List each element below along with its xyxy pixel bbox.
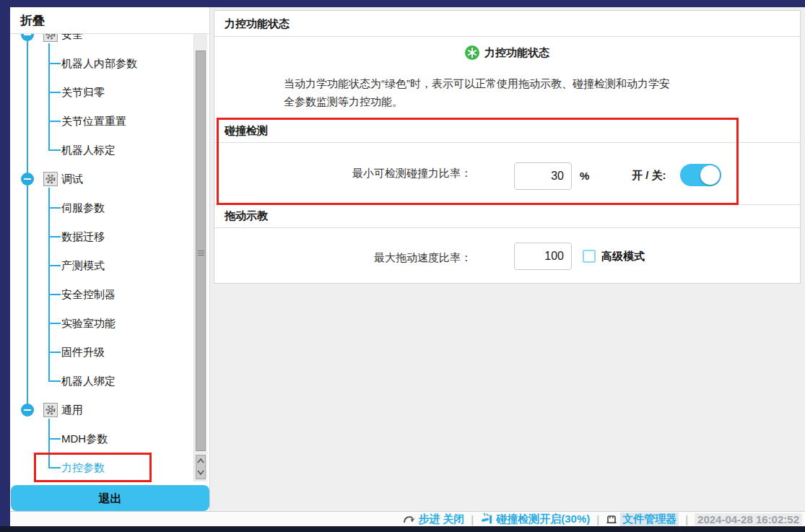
force-status-title: 力控功能状态 (484, 46, 549, 60)
file-manager-label: 文件管理器 (620, 513, 679, 526)
description-line-2: 全参数监测等力控功能。 (284, 92, 735, 110)
tree-connector-stub (48, 92, 61, 93)
tree-collapse-toggle[interactable] (21, 34, 34, 41)
file-manager-item[interactable]: 文件管理器 (606, 513, 679, 526)
collision-section-title: 碰撞检测 (214, 119, 800, 143)
description-line-1: 当动力学功能状态为“绿色”时，表示可以正常使用拖动示教、碰撞检测和动力学安 (284, 74, 735, 92)
tree-item[interactable]: 通用 (61, 403, 83, 417)
tree-connector-trunk (27, 35, 28, 410)
collision-toggle-switch[interactable] (680, 164, 721, 186)
percent-unit-label: % (580, 169, 589, 183)
advanced-mode-checkbox[interactable] (583, 250, 596, 263)
collision-ratio-input[interactable] (514, 162, 572, 190)
tree-item[interactable]: 关节归零 (61, 85, 105, 100)
tree-connector-stub (48, 438, 61, 440)
tree-connector-stub (48, 323, 61, 324)
collision-status-label: 碰撞检测开启(30%) (496, 513, 590, 526)
tree-connector-stub (48, 149, 61, 151)
gear-icon (43, 403, 58, 417)
drag-speed-label: 最大拖动速度比率： (214, 250, 471, 265)
tree-item[interactable]: MDH参数 (61, 432, 108, 446)
tree-connector-stub (48, 265, 61, 266)
tree-connector-stub (48, 236, 61, 237)
sidebar-tree: 安全机器人内部参数关节归零关节位置重置机器人标定调试伺服参数数据迁移产测模式安全… (10, 34, 209, 481)
tree-item[interactable]: 安全 (61, 34, 83, 42)
exit-button[interactable]: 退出 (11, 485, 209, 511)
tree-item[interactable]: 安全控制器 (61, 287, 116, 302)
status-bar: 步进 关闭 | 碰撞检测开启(30%) | 文件管理器 | (10, 511, 805, 526)
tree-connector-stub (48, 380, 61, 382)
tree-connector-stub (48, 294, 61, 295)
main-panel: 力控功能状态 力控功能状态 当动力学功能状态为“绿色”时，表示可以正常使用拖动示… (214, 10, 801, 284)
gear-icon (43, 172, 58, 186)
tree-item[interactable]: 机器人内部参数 (61, 56, 137, 71)
window-frame-left (0, 7, 10, 526)
step-status-item[interactable]: 步进 关闭 (403, 513, 464, 526)
status-timestamp: 2024-04-28 16:02:52 (695, 513, 802, 526)
tree-item[interactable]: 伺服参数 (61, 201, 105, 215)
tree-item[interactable]: 调试 (61, 172, 83, 186)
scrollbar-grip-icon (198, 250, 204, 256)
tree-connector-stub (48, 63, 61, 64)
advanced-mode-label: 高级模式 (601, 249, 645, 263)
tree-collapse-toggle[interactable] (21, 404, 34, 417)
tree-item[interactable]: 数据迁移 (61, 230, 105, 244)
statusbar-separator: | (471, 513, 474, 526)
on-off-label: 开 / 关: (632, 168, 666, 183)
tree-connector-stub (48, 207, 61, 209)
tree-connector-branch (48, 419, 50, 468)
tree-item[interactable]: 机器人标定 (61, 143, 116, 157)
force-status-green-icon (465, 45, 479, 60)
tree-item[interactable]: 固件升级 (61, 345, 105, 359)
file-manager-icon (606, 513, 617, 525)
tree-collapse-toggle[interactable] (21, 173, 34, 186)
tree-item[interactable]: 实验室功能 (61, 316, 116, 331)
panel-title: 力控功能状态 (214, 11, 800, 37)
drag-section-title: 拖动示教 (214, 204, 800, 228)
force-status-description: 当动力学功能状态为“绿色”时，表示可以正常使用拖动示教、碰撞检测和动力学安 全参… (284, 74, 735, 110)
sidebar-collapse-header[interactable]: 折叠 (10, 7, 209, 34)
sidebar: 折叠 安全机器人内部参数关节归零关节位置重置机器人标定调试伺服参数数据迁移产测模… (10, 7, 210, 511)
collision-status-item[interactable]: 碰撞检测开启(30%) (480, 513, 590, 526)
force-status-row: 力控功能状态 (214, 45, 800, 60)
step-status-label: 步进 关闭 (418, 513, 464, 526)
window-frame-bottom (0, 526, 805, 532)
step-arrow-icon (403, 513, 415, 525)
window-frame-top (0, 0, 805, 7)
tree-connector-stub (48, 352, 61, 353)
app-window: 折叠 安全机器人内部参数关节归零关节位置重置机器人标定调试伺服参数数据迁移产测模… (0, 0, 805, 532)
statusbar-separator: | (685, 513, 688, 526)
gear-icon (43, 34, 58, 42)
tree-item[interactable]: 力控参数 (61, 461, 105, 475)
chevron-down-icon[interactable] (196, 467, 205, 478)
scrollbar-thumb[interactable] (196, 51, 206, 451)
tree-item[interactable]: 机器人绑定 (61, 374, 116, 388)
tree-connector-stub (48, 467, 61, 468)
statusbar-separator: | (596, 513, 599, 526)
tree-connector-stub (48, 121, 61, 122)
drag-speed-input[interactable] (514, 243, 572, 270)
tree-item[interactable]: 产测模式 (61, 258, 105, 273)
tree-connector-branch (48, 43, 50, 150)
collision-icon (480, 513, 493, 526)
toggle-knob (700, 165, 720, 185)
chevron-up-icon[interactable] (196, 456, 205, 467)
tree-item[interactable]: 关节位置重置 (61, 114, 126, 128)
collision-ratio-label: 最小可检测碰撞力比率： (214, 166, 471, 180)
sidebar-scrollbar[interactable] (193, 34, 207, 481)
scrollbar-buttons[interactable] (196, 455, 206, 479)
